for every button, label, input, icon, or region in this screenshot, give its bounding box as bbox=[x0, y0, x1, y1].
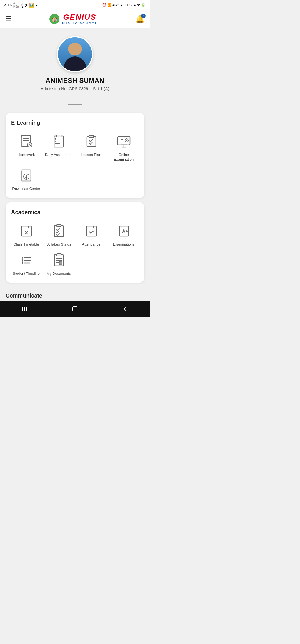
lesson-plan-icon bbox=[82, 133, 100, 150]
lesson-plan-item[interactable]: Lesson Plan bbox=[76, 133, 106, 162]
student-timeline-icon bbox=[18, 251, 35, 269]
svg-rect-61 bbox=[59, 261, 62, 265]
admission-no: Admission No. GPS-0829 bbox=[41, 86, 88, 91]
status-data-speed: 0KB/s bbox=[13, 2, 20, 8]
notification-badge: + bbox=[141, 14, 146, 18]
examinations-item[interactable]: A+ Examinations bbox=[109, 222, 139, 247]
status-right: ⏰ 📶 4G+ ▲ LTE2 40% 🔋 bbox=[102, 3, 146, 7]
academics-grid: Class Timetable Syllabus Status bbox=[11, 222, 139, 276]
online-examination-item[interactable]: Online Examination bbox=[109, 133, 139, 162]
student-timeline-item[interactable]: Student Timeline bbox=[11, 251, 41, 276]
student-timeline-label: Student Timeline bbox=[13, 271, 40, 276]
elearning-title: E-Learning bbox=[11, 120, 139, 126]
svg-rect-9 bbox=[57, 135, 61, 137]
svg-point-14 bbox=[55, 139, 56, 140]
gallery-icon: 🖼️ bbox=[29, 3, 34, 8]
logo-subtitle-text: PUBLIC SCHOOL bbox=[62, 22, 98, 25]
network2-label: LTE2 bbox=[125, 3, 132, 7]
attendance-label: Attendance bbox=[82, 242, 101, 247]
svg-rect-18 bbox=[89, 135, 94, 138]
svg-rect-67 bbox=[73, 307, 77, 311]
avatar-image bbox=[58, 37, 92, 71]
std-label: Std 1 (A) bbox=[93, 86, 109, 91]
lesson-plan-label: Lesson Plan bbox=[81, 153, 101, 157]
download-center-label: Download Center bbox=[12, 187, 40, 191]
svg-rect-64 bbox=[22, 307, 23, 311]
daily-assignment-item[interactable]: Daily Assignment bbox=[44, 133, 74, 162]
communicate-title: Communicate bbox=[6, 293, 42, 299]
battery-icon: 🔋 bbox=[141, 3, 146, 7]
academics-card: Academics Class Timetable bbox=[6, 202, 144, 283]
alarm-icon: ⏰ bbox=[102, 3, 106, 7]
svg-point-48 bbox=[22, 257, 23, 258]
online-examination-icon bbox=[115, 133, 133, 150]
syllabus-status-label: Syllabus Status bbox=[46, 242, 71, 247]
wifi-icon: 📶 bbox=[108, 3, 112, 7]
class-timetable-icon bbox=[18, 222, 35, 240]
dot-indicator: • bbox=[36, 3, 37, 7]
daily-assignment-icon bbox=[50, 133, 68, 150]
svg-point-15 bbox=[55, 141, 56, 142]
svg-point-50 bbox=[22, 262, 23, 264]
svg-rect-57 bbox=[57, 254, 61, 256]
my-documents-label: My Documents bbox=[47, 271, 71, 276]
status-left: 4:16 0KB/s 💬 🖼️ • bbox=[4, 2, 37, 8]
person-head bbox=[68, 43, 82, 55]
network1-label: 4G+ bbox=[113, 3, 119, 7]
download-center-icon bbox=[18, 167, 35, 184]
svg-point-49 bbox=[22, 259, 23, 261]
profile-section: ANIMESH SUMAN Admission No. GPS-0829 Std… bbox=[0, 28, 150, 101]
whatsapp-icon: 💬 bbox=[21, 3, 27, 8]
signal-icon: ▲ bbox=[120, 3, 124, 7]
academics-title: Academics bbox=[11, 209, 139, 216]
daily-assignment-label: Daily Assignment bbox=[45, 153, 73, 157]
logo-text: GENIUS PUBLIC SCHOOL bbox=[62, 13, 98, 25]
home-button[interactable] bbox=[68, 302, 82, 316]
svg-rect-65 bbox=[24, 307, 25, 311]
logo-genius-text: GENIUS bbox=[63, 13, 96, 22]
homework-icon bbox=[18, 133, 35, 150]
my-documents-item[interactable]: My Documents bbox=[44, 251, 74, 276]
examinations-icon: A+ bbox=[115, 222, 133, 240]
svg-text:A+: A+ bbox=[122, 229, 128, 234]
my-documents-icon bbox=[50, 251, 68, 269]
top-nav: ☰ 🏫 GENIUS PUBLIC SCHOOL 🔔 + bbox=[0, 10, 150, 28]
homework-item[interactable]: Homework bbox=[11, 133, 41, 162]
homework-label: Homework bbox=[18, 153, 35, 157]
battery-percent: 40% bbox=[134, 3, 140, 7]
syllabus-status-icon bbox=[50, 222, 68, 240]
class-timetable-label: Class Timetable bbox=[13, 242, 39, 247]
online-examination-label: Online Examination bbox=[109, 153, 139, 162]
bottom-navigation bbox=[0, 301, 150, 317]
syllabus-status-item[interactable]: Syllabus Status bbox=[44, 222, 74, 247]
svg-rect-66 bbox=[26, 307, 27, 311]
back-button[interactable] bbox=[118, 302, 132, 316]
app-logo: 🏫 GENIUS PUBLIC SCHOOL bbox=[49, 13, 98, 25]
svg-point-16 bbox=[55, 143, 56, 144]
elearning-grid: Homework Daily Assignment bbox=[11, 133, 139, 191]
status-time: 4:16 bbox=[4, 3, 12, 7]
avatar bbox=[57, 36, 93, 72]
student-info: Admission No. GPS-0829 Std 1 (A) bbox=[41, 86, 109, 91]
svg-rect-32 bbox=[21, 226, 31, 236]
svg-rect-17 bbox=[87, 137, 96, 147]
student-name: ANIMESH SUMAN bbox=[46, 77, 104, 85]
elearning-card: E-Learning Homework bbox=[6, 113, 144, 198]
status-bar: 4:16 0KB/s 💬 🖼️ • ⏰ 📶 4G+ ▲ LTE2 40% 🔋 bbox=[0, 0, 150, 10]
attendance-item[interactable]: Attendance bbox=[76, 222, 106, 247]
class-timetable-item[interactable]: Class Timetable bbox=[11, 222, 41, 247]
school-logo-icon: 🏫 bbox=[49, 14, 59, 24]
drag-handle bbox=[68, 104, 82, 105]
recents-button[interactable] bbox=[18, 302, 32, 316]
download-center-item[interactable]: Download Center bbox=[11, 167, 41, 191]
hamburger-menu-icon[interactable]: ☰ bbox=[6, 15, 12, 23]
svg-rect-39 bbox=[57, 224, 61, 227]
person-body bbox=[64, 56, 86, 71]
attendance-icon bbox=[82, 222, 100, 240]
communicate-section: Communicate bbox=[0, 287, 150, 301]
examinations-label: Examinations bbox=[113, 242, 134, 247]
notification-button[interactable]: 🔔 + bbox=[136, 15, 144, 23]
svg-rect-40 bbox=[86, 226, 96, 236]
